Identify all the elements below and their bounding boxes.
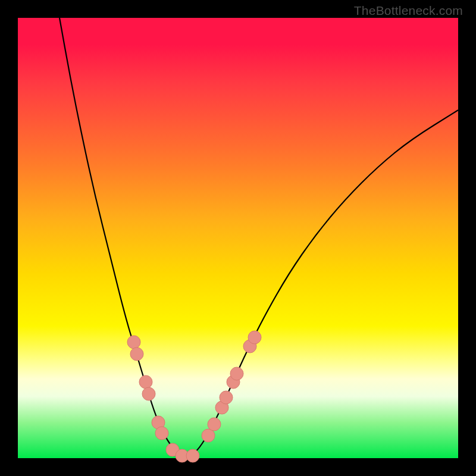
curve-left-branch bbox=[60, 18, 187, 457]
curve-svg bbox=[18, 18, 458, 458]
marker-point bbox=[142, 387, 155, 400]
marker-point bbox=[248, 331, 261, 344]
plot-area bbox=[18, 18, 458, 458]
marker-group bbox=[127, 331, 261, 462]
marker-point bbox=[230, 367, 243, 380]
marker-point bbox=[208, 418, 221, 431]
marker-point bbox=[186, 449, 199, 462]
marker-point bbox=[127, 336, 140, 349]
marker-point bbox=[155, 427, 168, 440]
marker-point bbox=[202, 429, 215, 442]
watermark-text: TheBottleneck.com bbox=[354, 4, 463, 18]
marker-point bbox=[139, 375, 152, 389]
outer-frame: TheBottleneck.com bbox=[0, 0, 476, 476]
marker-point bbox=[220, 391, 233, 404]
marker-point bbox=[130, 347, 143, 361]
